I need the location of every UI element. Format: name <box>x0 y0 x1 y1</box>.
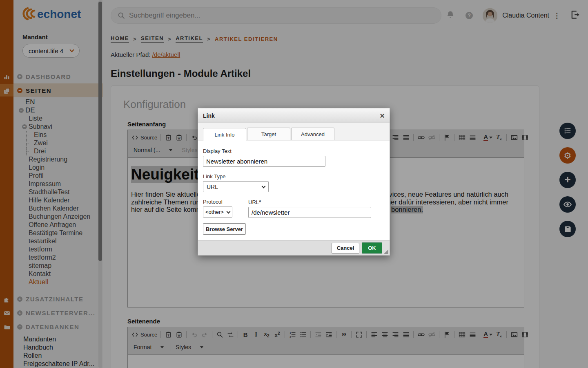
url-label: URL* <box>248 199 385 205</box>
required-mark: * <box>259 199 261 205</box>
protocol-group: Protocol <other> <box>203 199 232 218</box>
cancel-button[interactable]: Cancel <box>332 243 359 254</box>
browse-server-button[interactable]: Browse Server <box>203 223 246 235</box>
protocol-value: <other> <box>205 209 224 215</box>
dialog-title: Link <box>203 112 215 119</box>
protocol-select[interactable]: <other> <box>203 206 232 218</box>
display-text-field[interactable]: Newsletter abonnieren <box>203 156 325 167</box>
display-text-value: Newsletter abonnieren <box>206 158 267 165</box>
tab-advanced[interactable]: Advanced <box>291 128 334 140</box>
chevron-down-icon <box>227 209 231 213</box>
chevron-down-icon <box>262 184 266 188</box>
link-type-value: URL <box>207 184 218 190</box>
ok-button[interactable]: OK <box>362 242 382 254</box>
link-type-select[interactable]: URL <box>203 181 269 192</box>
protocol-label: Protocol <box>203 199 232 205</box>
resize-handle[interactable] <box>384 249 388 254</box>
url-field[interactable]: /de/newsletter <box>248 207 371 218</box>
display-text-label: Display Text <box>203 148 385 154</box>
close-icon[interactable]: × <box>380 112 385 120</box>
tab-target[interactable]: Target <box>247 128 290 140</box>
dialog-footer: Cancel OK <box>198 240 390 255</box>
dialog-tabs: Link InfoTargetAdvanced <box>198 123 390 141</box>
tab-link-info[interactable]: Link Info <box>203 128 246 141</box>
link-dialog: Link × Link InfoTargetAdvanced Display T… <box>198 108 390 256</box>
dialog-title-bar[interactable]: Link × <box>198 108 390 123</box>
url-group: URL* /de/newsletter <box>248 199 385 218</box>
url-value: /de/newsletter <box>252 209 290 216</box>
link-type-label: Link Type <box>203 173 385 180</box>
app-window: echonet Mandant content.life 4 +DASHBOAR… <box>0 0 588 368</box>
